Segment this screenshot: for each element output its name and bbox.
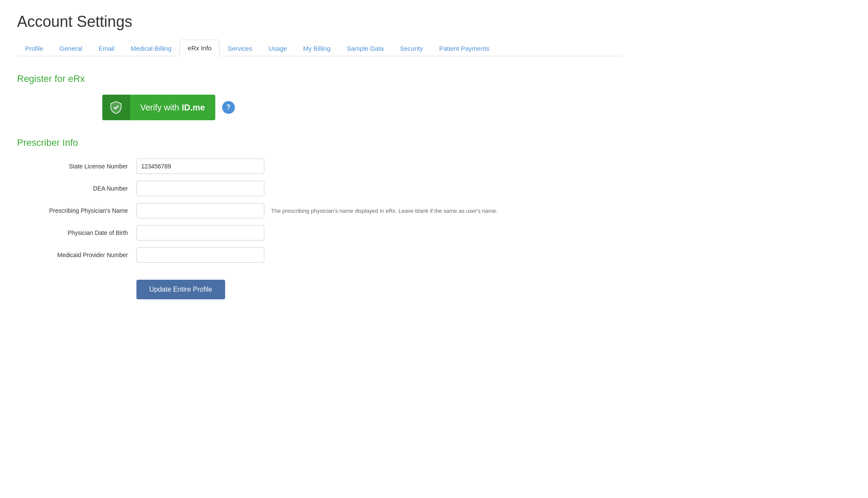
idme-shield-icon: [109, 101, 123, 114]
register-section-title: Register for eRx: [17, 73, 622, 84]
input-dea-number[interactable]: [136, 181, 264, 196]
page-container: Account Settings ProfileGeneralEmailMedi…: [0, 0, 639, 329]
verify-brand-text: ID.me: [182, 103, 205, 113]
tab-patient-payments[interactable]: Patient Payments: [431, 40, 498, 56]
page-title: Account Settings: [17, 13, 622, 31]
verify-prefix-text: Verify with: [140, 103, 179, 113]
help-icon[interactable]: ?: [222, 101, 235, 114]
form-row: Medicaid Provider Number: [17, 247, 622, 263]
verify-icon-area: [102, 95, 130, 120]
prescriber-section-title: Prescriber Info: [17, 137, 622, 148]
input-physician-dob[interactable]: [136, 225, 264, 240]
input-physician-name[interactable]: [136, 203, 264, 218]
tabs-nav: ProfileGeneralEmailMedical BillingeRx In…: [17, 39, 622, 56]
tab-my-billing[interactable]: My Billing: [295, 40, 339, 56]
tab-services[interactable]: Services: [220, 40, 260, 56]
tab-medical-billing[interactable]: Medical Billing: [122, 40, 179, 56]
form-row: DEA Number: [17, 181, 622, 196]
label-physician-dob: Physician Date of Birth: [17, 229, 136, 236]
label-dea-number: DEA Number: [17, 185, 136, 192]
tab-profile[interactable]: Profile: [17, 40, 52, 56]
label-medicaid-provider: Medicaid Provider Number: [17, 252, 136, 258]
update-profile-button[interactable]: Update Entire Profile: [136, 280, 225, 299]
hint-physician-name: The prescribing physician's name display…: [271, 208, 498, 214]
verify-idme-button[interactable]: Verify with ID.me: [102, 95, 215, 120]
input-medicaid-provider[interactable]: [136, 247, 264, 263]
verify-container: Verify with ID.me ?: [102, 95, 622, 120]
input-state-license[interactable]: [136, 159, 264, 174]
form-row: State License Number: [17, 159, 622, 174]
tab-general[interactable]: General: [52, 40, 90, 56]
tab-security[interactable]: Security: [392, 40, 431, 56]
tab-usage[interactable]: Usage: [260, 40, 295, 56]
label-physician-name: Prescribing Physician's Name: [17, 207, 136, 214]
verify-text-area: Verify with ID.me: [130, 103, 215, 113]
submit-container: Update Entire Profile: [136, 280, 622, 316]
label-state-license: State License Number: [17, 163, 136, 170]
register-section: Register for eRx Verify with ID.me ?: [17, 73, 622, 120]
tab-sample-data[interactable]: Sample Data: [339, 40, 392, 56]
prescriber-form: State License NumberDEA NumberPrescribin…: [17, 159, 622, 263]
form-row: Prescribing Physician's NameThe prescrib…: [17, 203, 622, 218]
tab-erx-info[interactable]: eRx Info: [179, 40, 220, 56]
form-row: Physician Date of Birth: [17, 225, 622, 240]
tab-email[interactable]: Email: [90, 40, 123, 56]
prescriber-section: Prescriber Info State License NumberDEA …: [17, 137, 622, 263]
